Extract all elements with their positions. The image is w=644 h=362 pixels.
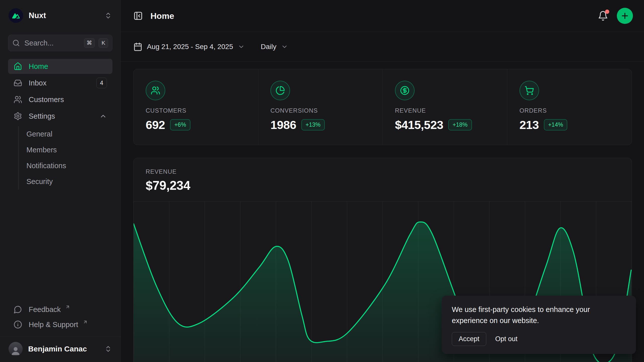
stat-label: ORDERS	[519, 107, 620, 114]
chart-header: REVENUE $79,234	[134, 158, 632, 193]
filters-toolbar: Aug 21, 2025 - Sep 4, 2025 Daily	[121, 32, 644, 62]
chart-current-value: $79,234	[146, 178, 620, 193]
chevron-down-icon	[238, 43, 245, 50]
sidebar-footer: Feedback Help & Support	[0, 302, 120, 332]
nuxt-logo	[9, 8, 23, 23]
sidebar-item-home[interactable]: Home	[8, 59, 112, 74]
users-icon	[14, 95, 22, 104]
kbd-k: K	[99, 38, 108, 48]
calendar-icon	[133, 42, 142, 51]
user-menu[interactable]: Benjamin Canac	[0, 337, 120, 362]
accept-button[interactable]: Accept	[452, 332, 486, 346]
brand-name: Nuxt	[29, 11, 99, 20]
sidebar-subitem-members[interactable]: Members	[26, 142, 112, 158]
message-bubble-icon	[14, 305, 22, 314]
sidebar-item-customers[interactable]: Customers	[8, 92, 112, 107]
sidebar: Nuxt ⌘ K Home Inbox 4 Customers	[0, 0, 121, 362]
header-actions	[596, 8, 633, 24]
search-input[interactable]	[24, 39, 80, 48]
pie-chart-icon	[275, 86, 285, 95]
panel-collapse-icon	[133, 11, 143, 21]
person-silhouette-icon	[10, 345, 21, 356]
dashboard-app: Nuxt ⌘ K Home Inbox 4 Customers	[0, 0, 644, 362]
stat-customers: CUSTOMERS 692 +6%	[134, 69, 258, 145]
sidebar-item-label: Settings	[29, 112, 55, 120]
stat-icon-badge	[270, 81, 290, 100]
stat-change-badge: +13%	[301, 119, 325, 130]
kbd-meta: ⌘	[84, 38, 95, 48]
feedback-link[interactable]: Feedback	[8, 302, 112, 317]
stat-value: 692	[146, 118, 165, 132]
sidebar-collapse-button[interactable]	[133, 11, 143, 21]
workspace-switcher[interactable]: Nuxt	[8, 8, 112, 24]
stat-icon-badge	[395, 81, 415, 100]
sidebar-subitem-security[interactable]: Security	[26, 174, 112, 190]
sidebar-item-label: Customers	[29, 96, 64, 104]
info-icon	[14, 320, 22, 329]
sidebar-subitem-notifications[interactable]: Notifications	[26, 158, 112, 174]
stat-icon-badge	[146, 81, 165, 100]
cookie-message: We use first-party cookies to enhance yo…	[452, 304, 625, 326]
notifications-button[interactable]	[596, 9, 610, 23]
stat-label: CONVERSIONS	[270, 107, 371, 114]
period-label: Daily	[261, 43, 276, 51]
external-link-arrow-icon	[83, 320, 88, 325]
user-name: Benjamin Canac	[28, 345, 99, 353]
circle-dollar-icon	[400, 86, 410, 95]
inbox-icon	[14, 79, 22, 87]
gear-icon	[14, 112, 22, 120]
stat-label: REVENUE	[395, 107, 495, 114]
stat-change-badge: +14%	[544, 119, 567, 130]
stat-label: CUSTOMERS	[146, 107, 246, 114]
date-range-label: Aug 21, 2025 - Sep 4, 2025	[147, 43, 233, 51]
sidebar-nav: Home Inbox 4 Customers Settings General …	[8, 59, 112, 190]
stats-cards: CUSTOMERS 692 +6% CONVERSIONS 1986 +13%	[133, 69, 632, 145]
stat-value: 213	[519, 118, 539, 132]
sidebar-subitem-general[interactable]: General	[26, 126, 112, 142]
sidebar-item-label: Home	[29, 62, 48, 71]
chevron-down-icon	[281, 43, 288, 50]
stat-conversions: CONVERSIONS 1986 +13%	[258, 69, 383, 145]
search-icon	[12, 39, 20, 47]
notification-dot	[605, 10, 609, 14]
sidebar-item-settings[interactable]: Settings	[8, 109, 112, 124]
page-header: Home	[121, 0, 644, 32]
house-icon	[14, 62, 22, 71]
search-field[interactable]: ⌘ K	[8, 35, 112, 51]
chevrons-up-down-icon	[104, 345, 112, 353]
date-range-picker[interactable]: Aug 21, 2025 - Sep 4, 2025	[133, 42, 245, 51]
settings-submenu: General Members Notifications Security	[18, 126, 112, 190]
help-support-link[interactable]: Help & Support	[8, 317, 112, 332]
chevrons-up-down-icon	[104, 12, 112, 19]
inbox-count-badge: 4	[96, 78, 107, 88]
add-button[interactable]	[617, 8, 633, 24]
stat-change-badge: +6%	[170, 119, 190, 130]
period-select[interactable]: Daily	[261, 43, 288, 51]
chevron-up-icon	[99, 112, 107, 120]
plus-icon	[620, 11, 629, 20]
opt-out-button[interactable]: Opt out	[495, 335, 518, 343]
chart-title: REVENUE	[146, 168, 620, 175]
external-link-arrow-icon	[65, 304, 70, 309]
page-title: Home	[150, 11, 174, 21]
avatar	[9, 342, 23, 356]
cookie-actions: Accept Opt out	[452, 332, 626, 346]
nuxt-logo-icon	[11, 11, 20, 20]
stat-revenue: REVENUE $415,523 +18%	[383, 69, 507, 145]
stat-orders: ORDERS 213 +14%	[507, 69, 632, 145]
stat-value: 1986	[270, 118, 296, 132]
sidebar-item-inbox[interactable]: Inbox 4	[8, 75, 112, 90]
footer-link-label: Help & Support	[29, 321, 78, 329]
shopping-cart-icon	[525, 86, 534, 95]
sidebar-item-label: Inbox	[29, 79, 47, 87]
stat-change-badge: +18%	[448, 119, 472, 130]
cookie-banner: We use first-party cookies to enhance yo…	[442, 296, 636, 354]
users-icon	[151, 86, 160, 95]
stat-value: $415,523	[395, 118, 443, 132]
footer-link-label: Feedback	[29, 305, 61, 314]
stat-icon-badge	[519, 81, 539, 100]
